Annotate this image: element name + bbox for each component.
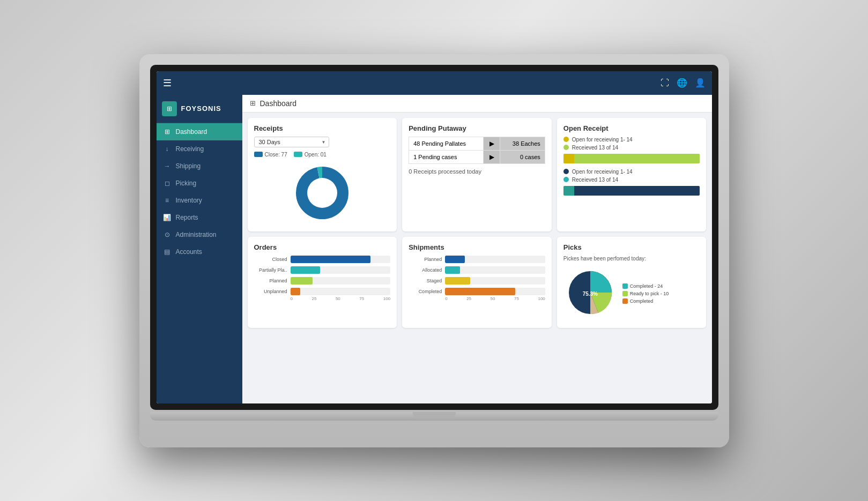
- shipping-icon: →: [163, 162, 172, 170]
- receipt-legend-2: Receieved 13 of 14: [563, 145, 700, 151]
- putaway-arrow-1: ▶: [484, 137, 500, 150]
- receipt-bar-teal: [563, 186, 574, 196]
- receipt-dot-teal: [563, 177, 569, 182]
- sidebar-label-dashboard: Dashboard: [176, 128, 207, 136]
- legend-close: Close: 77: [254, 152, 287, 158]
- shipments-bar-allocated: Allocated: [409, 266, 545, 274]
- shipments-fill-planned: [445, 256, 465, 263]
- sidebar-label-admin: Administration: [176, 231, 217, 238]
- receipts-title: Receipts: [254, 124, 391, 132]
- receipt-legend-1: Open for receieving 1- 14: [563, 137, 700, 143]
- shipments-bar-planned: Planned: [409, 256, 545, 263]
- legend-open-dot: [294, 152, 302, 157]
- time-filter-select[interactable]: 30 Days 7 Days Today: [254, 137, 329, 147]
- sidebar-item-administration[interactable]: ⊙ Administration: [157, 226, 242, 243]
- picks-percent: 75.3%: [583, 290, 598, 296]
- receipt-dot-navy: [563, 169, 569, 174]
- shipments-track-completed: [445, 288, 545, 295]
- bar-label-unplanned: Unplanned: [254, 289, 287, 294]
- picks-legend: Completed - 24 Ready to pick - 10 Comple…: [622, 283, 669, 304]
- putaway-cell-3: 1 Pending cases: [409, 150, 484, 163]
- putaway-cell-2: 38 Eaches: [500, 137, 545, 150]
- receipts-card: Receipts 30 Days 7 Days Today: [248, 118, 397, 231]
- receipt-bar-green: [574, 154, 700, 163]
- dashboard-icon: ⊞: [163, 128, 172, 136]
- bar-track-closed: [291, 256, 391, 263]
- sidebar-label-reports: Reports: [176, 214, 198, 221]
- picks-title: Picks: [563, 243, 700, 251]
- dashboard-grid: Receipts 30 Days 7 Days Today: [242, 113, 712, 333]
- receipt-legend-3: Open for receieving 1- 14: [563, 169, 700, 175]
- shipments-label-planned: Planned: [409, 257, 442, 262]
- user-icon[interactable]: 👤: [695, 78, 706, 88]
- shipments-track-planned: [445, 256, 545, 263]
- orders-axis: 0 25 50 75 100: [291, 296, 391, 301]
- table-row: 48 Pending Pallates ▶ 38 Eaches: [409, 137, 545, 150]
- sidebar-item-inventory[interactable]: ≡ Inventory: [157, 192, 242, 209]
- sidebar-item-dashboard[interactable]: ⊞ Dashboard: [157, 123, 242, 140]
- nav-right-icons: ⛶ 🌐 👤: [661, 78, 706, 88]
- bar-label-partial: Partially Pla..: [254, 267, 287, 273]
- admin-icon: ⊙: [163, 231, 172, 238]
- bar-fill-partial: [291, 266, 321, 274]
- donut-container: [254, 161, 391, 225]
- receiving-icon: ↓: [163, 145, 172, 153]
- picks-dot-teal: [622, 283, 628, 289]
- legend-open: Open: 01: [294, 152, 327, 158]
- shipments-label-allocated: Allocated: [409, 267, 442, 273]
- fullscreen-icon[interactable]: ⛶: [661, 78, 669, 88]
- sidebar-item-picking[interactable]: ◻ Picking: [157, 175, 242, 192]
- legend-close-dot: [254, 152, 263, 157]
- page-header: ⊞ Dashboard: [242, 95, 712, 113]
- sidebar-item-receiving[interactable]: ↓ Receiving: [157, 140, 242, 158]
- picks-chart-area: 75.3% Completed - 24 Ready: [563, 266, 700, 321]
- bar-fill-closed: [291, 256, 370, 263]
- svg-point-2: [307, 178, 337, 208]
- shipments-label-completed: Completed: [409, 289, 442, 294]
- shipments-bar-chart: Planned Allocated: [409, 256, 545, 295]
- bar-track-partial: [291, 266, 391, 274]
- orders-bar-partial: Partially Pla..: [254, 266, 391, 274]
- receipt-dot-yellow: [563, 137, 569, 142]
- picks-dot-green: [622, 291, 628, 296]
- laptop-notch: [413, 412, 456, 417]
- open-receipt-title: Open Receipt: [563, 124, 700, 132]
- putaway-cell-4: 0 cases: [500, 150, 545, 163]
- bar-label-planned: Planned: [254, 278, 287, 283]
- orders-card: Orders Closed Partially Pla..: [248, 237, 397, 328]
- bar-label-closed: Closed: [254, 257, 287, 262]
- orders-title: Orders: [254, 243, 391, 251]
- content-wrapper: ⊞ FOYSONIS ⊞ Dashboard ↓ Receiving → Shi…: [157, 95, 712, 403]
- shipments-label-staged: Staged: [409, 278, 442, 283]
- orders-bar-chart: Closed Partially Pla..: [254, 256, 391, 295]
- bar-fill-planned: [291, 277, 313, 285]
- sidebar-label-picking: Picking: [176, 180, 197, 187]
- orders-bar-unplanned: Unplanned: [254, 288, 391, 295]
- screen-bezel: ☰ ⛶ 🌐 👤 ⊞ FOYSONIS ⊞ Dashboa: [150, 65, 718, 410]
- laptop-frame: ☰ ⛶ 🌐 👤 ⊞ FOYSONIS ⊞ Dashboa: [139, 54, 729, 447]
- logo-icon: ⊞: [162, 101, 177, 116]
- sidebar-label-shipping: Shipping: [176, 162, 201, 170]
- picking-icon: ◻: [163, 180, 172, 187]
- picks-legend-1: Completed - 24: [622, 283, 669, 289]
- dropdown-row: 30 Days 7 Days Today: [254, 137, 391, 147]
- sidebar-item-accounts[interactable]: ▤ Accounts: [157, 243, 242, 260]
- sidebar-label-receiving: Receiving: [176, 145, 204, 153]
- menu-icon[interactable]: ☰: [163, 77, 172, 89]
- picks-pie-wrapper: 75.3%: [563, 266, 617, 321]
- receipts-donut-chart: [293, 163, 352, 222]
- laptop-base: [150, 412, 718, 421]
- reports-icon: 📊: [163, 214, 172, 221]
- page-title: Dashboard: [260, 99, 297, 108]
- sidebar-item-shipping[interactable]: → Shipping: [157, 158, 242, 175]
- picks-card: Picks Pickes have been perfomed today:: [557, 237, 707, 328]
- picks-note: Pickes have been perfomed today:: [563, 256, 700, 261]
- time-filter-wrapper[interactable]: 30 Days 7 Days Today: [254, 137, 329, 147]
- shipments-track-allocated: [445, 266, 545, 274]
- receipt-bar-yellow: [563, 154, 574, 163]
- globe-icon[interactable]: 🌐: [677, 78, 687, 88]
- sidebar-item-reports[interactable]: 📊 Reports: [157, 209, 242, 226]
- picks-dot-orange: [622, 298, 628, 304]
- logo-area: ⊞ FOYSONIS: [157, 95, 242, 123]
- receipt-bar-bottom: [563, 186, 700, 196]
